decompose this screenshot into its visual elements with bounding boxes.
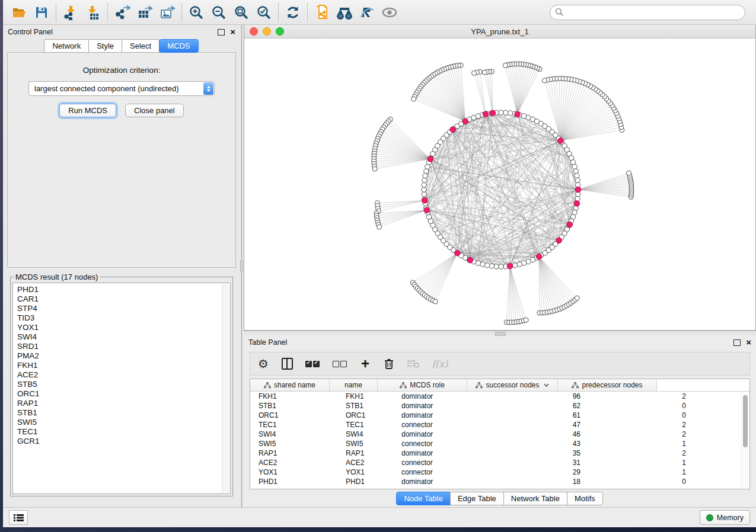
mcds-result-item[interactable]: SWI4 [17, 332, 230, 342]
table-row[interactable]: RAP1RAP1dominator352 [250, 448, 749, 458]
share-document-icon[interactable] [311, 2, 333, 23]
cell-predecessor-nodes: 0 [588, 411, 693, 420]
deselect-all-checkbox-icon[interactable] [332, 357, 347, 371]
table-row[interactable]: SWI5SWI5connector431 [250, 439, 749, 448]
close-panel-button[interactable]: Close panel [125, 104, 184, 117]
mcds-result-item[interactable]: ORC1 [17, 389, 230, 399]
function-builder-icon[interactable]: f(x) [432, 357, 448, 371]
show-graphics-details-icon[interactable] [378, 2, 401, 23]
run-mcds-button[interactable]: Run MCDS [59, 104, 116, 117]
column-label: shared name [274, 381, 315, 389]
cell-shared-name: ORC1 [250, 411, 337, 420]
table-row[interactable]: ACE2ACE2connector311 [250, 458, 749, 467]
show-column-panel-icon[interactable] [281, 357, 293, 371]
cell-mcds-role: dominator [393, 477, 490, 486]
float-panel-icon[interactable] [218, 29, 225, 36]
tab-edge-table[interactable]: Edge Table [450, 492, 504, 505]
close-panel-icon[interactable]: × [230, 29, 235, 35]
save-session-icon[interactable] [30, 2, 53, 23]
mcds-result-item[interactable]: YOX1 [17, 323, 230, 332]
memory-status-icon [706, 514, 713, 521]
zoom-out-icon[interactable] [208, 2, 230, 23]
optimization-criterion-dropdown[interactable]: largest connected component (undirected) [28, 81, 215, 96]
mcds-result-item[interactable]: ACE2 [17, 370, 230, 380]
table-settings-icon[interactable]: ⚙ [257, 357, 269, 371]
table-row[interactable]: PHD1PHD1dominator180 [250, 477, 749, 486]
list-icon [14, 514, 24, 522]
cell-successor-nodes: 61 [490, 411, 588, 420]
table-row[interactable]: YOX1YOX1connector291 [250, 467, 749, 477]
splitter-handle[interactable] [495, 332, 506, 336]
tab-network[interactable]: Network [44, 39, 89, 53]
import-table-icon[interactable] [82, 2, 104, 23]
close-panel-icon[interactable]: × [746, 339, 751, 345]
create-column-icon[interactable]: + [359, 357, 371, 371]
column-header-successor-nodes[interactable]: successor nodes [467, 379, 558, 391]
mcds-result-item[interactable]: SRD1 [17, 342, 230, 351]
tab-node-table[interactable]: Node Table [396, 492, 451, 505]
tab-style[interactable]: Style [88, 39, 122, 53]
mcds-result-item[interactable]: TID3 [17, 313, 230, 323]
task-history-button[interactable] [9, 510, 28, 525]
tab-mcds[interactable]: MCDS [159, 39, 198, 53]
export-image-icon[interactable] [156, 2, 178, 23]
cell-shared-name: TEC1 [250, 420, 337, 430]
horizontal-splitter[interactable] [244, 331, 756, 335]
mcds-result-item[interactable]: STB5 [17, 380, 230, 389]
network-graph[interactable] [244, 39, 755, 330]
mcds-result-item[interactable]: PMA2 [17, 351, 230, 361]
export-table-icon[interactable] [133, 2, 156, 23]
mcds-result-item[interactable]: STB1 [17, 408, 230, 418]
mcds-result-item[interactable]: TEC1 [17, 427, 230, 437]
column-header-predecessor-nodes[interactable]: predecessor nodes [558, 379, 657, 391]
cell-name: ORC1 [337, 411, 393, 420]
delete-table-icon[interactable] [407, 357, 420, 371]
mcds-result-item[interactable]: FKH1 [17, 361, 230, 370]
search-input[interactable] [550, 5, 745, 20]
mcds-result-item[interactable]: CAR1 [17, 294, 230, 304]
refresh-icon[interactable] [282, 2, 304, 23]
mcds-result-item[interactable]: RAP1 [17, 399, 230, 408]
splitter-handle[interactable] [240, 261, 244, 271]
import-network-icon[interactable] [59, 2, 82, 23]
tab-motifs[interactable]: Motifs [567, 492, 603, 505]
vertical-splitter[interactable] [240, 25, 244, 507]
zoom-fit-icon[interactable] [230, 2, 253, 23]
table-row[interactable]: SWI4SWI4dominator462 [250, 430, 749, 439]
tab-network-table[interactable]: Network Table [503, 492, 567, 505]
table-scrollbar[interactable] [741, 393, 748, 488]
column-label: name [344, 381, 362, 389]
cell-mcds-role: connector [393, 458, 490, 467]
first-neighbors-icon[interactable] [333, 2, 356, 23]
cell-predecessor-nodes: 2 [588, 448, 693, 458]
table-row[interactable]: ORC1ORC1dominator610 [250, 411, 749, 420]
hide-selected-icon[interactable] [356, 2, 378, 23]
scrollbar-thumb[interactable] [743, 395, 748, 447]
mcds-result-item[interactable]: GCR1 [17, 437, 230, 446]
open-file-icon[interactable] [8, 2, 30, 23]
cell-shared-name: ACE2 [250, 458, 337, 467]
tab-select[interactable]: Select [122, 39, 160, 53]
memory-label: Memory [717, 514, 744, 522]
column-header-shared-name[interactable]: shared name [250, 379, 330, 391]
column-header-MCDS-role[interactable]: MCDS role [378, 379, 467, 391]
export-network-icon[interactable] [111, 2, 133, 23]
table-row[interactable]: FKH1FKH1dominator962 [250, 392, 749, 401]
mcds-result-item[interactable]: PHD1 [17, 285, 230, 294]
memory-button[interactable]: Memory [700, 510, 750, 525]
zoom-selected-icon[interactable] [253, 2, 275, 23]
cell-shared-name: SWI5 [250, 439, 337, 448]
zoom-in-icon[interactable] [185, 2, 208, 23]
float-panel-icon[interactable] [733, 339, 741, 346]
select-all-checkbox-icon[interactable] [305, 357, 320, 371]
table-row[interactable]: TEC1TEC1connector472 [250, 420, 749, 430]
mcds-result-item[interactable]: SWI5 [17, 418, 230, 427]
network-canvas[interactable] [244, 39, 755, 330]
table-row[interactable]: STB1STB1dominator620 [250, 401, 749, 411]
delete-columns-icon[interactable] [383, 357, 395, 371]
network-window-titlebar: YPA_prune.txt_1 [244, 25, 755, 39]
mcds-list-scrollbar[interactable] [222, 284, 229, 493]
column-header-name[interactable]: name [330, 379, 378, 391]
application-window: Control Panel × NetworkStyleSelectMCDS O… [3, 0, 756, 527]
mcds-result-item[interactable]: STP4 [17, 304, 230, 313]
